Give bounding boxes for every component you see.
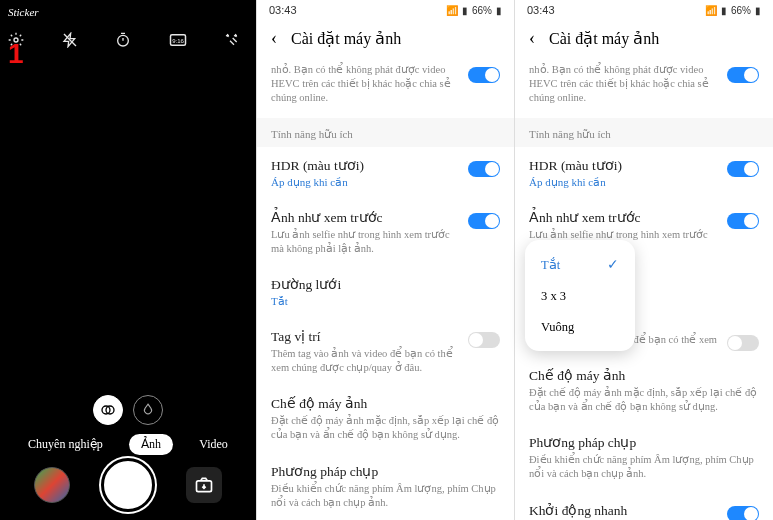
mode-photo[interactable]: Ảnh — [129, 434, 173, 455]
hdr-title: HDR (màu tươi) — [271, 157, 458, 174]
svg-text:9:16: 9:16 — [172, 38, 184, 44]
hevc-desc: nhỏ. Bạn có thể không phát được video HE… — [529, 63, 717, 106]
flash-icon[interactable] — [62, 32, 78, 48]
mode-title: Chế độ máy ảnh — [529, 367, 759, 384]
wifi-icon: 📶 — [446, 5, 458, 16]
settings-screen-2: 03:43 📶 ▮ 66% ▮ ‹ Cài đặt máy ảnh nhỏ. B… — [257, 0, 515, 520]
section-useful: Tính năng hữu ích — [515, 118, 773, 147]
status-bar: 03:43 📶 ▮ 66% ▮ — [257, 0, 514, 20]
aspect-ratio-icon[interactable]: 9:16 — [169, 33, 187, 47]
effects-icon[interactable] — [224, 32, 240, 48]
shoot-title: Phương pháp chụp — [529, 434, 759, 451]
sticker-label: Sticker — [0, 0, 256, 24]
hevc-item[interactable]: nhỏ. Bạn có thể không phát được video HE… — [515, 57, 773, 118]
filter-row — [0, 395, 256, 425]
shoot-item[interactable]: Phương pháp chụp Điều khiển chức năng ph… — [257, 453, 514, 520]
quick-title: Khởi động nhanh — [529, 502, 717, 519]
filter-original-icon[interactable] — [93, 395, 123, 425]
preview-title: Ảnh như xem trước — [529, 209, 717, 226]
mode-item[interactable]: Chế độ máy ảnh Đặt chế độ máy ảnh mặc đị… — [515, 357, 773, 424]
dropdown-off-label: Tắt — [541, 257, 560, 273]
shoot-item[interactable]: Phương pháp chụp Điều khiển chức năng ph… — [515, 424, 773, 491]
mode-desc: Đặt chế độ máy ảnh mặc định, sắp xếp lại… — [271, 414, 500, 442]
quick-item[interactable]: Khởi động nhanh Nhấn nhanh phím Nguồn ha… — [515, 492, 773, 520]
battery-text: 66% — [731, 5, 751, 16]
grid-item[interactable]: Đường lưới Tắt — [257, 266, 514, 318]
status-time: 03:43 — [269, 4, 297, 16]
status-right: 📶 ▮ 66% ▮ — [705, 5, 761, 16]
settings-header: ‹ Cài đặt máy ảnh — [515, 20, 773, 57]
tag-item[interactable]: Tag vị trí Thêm tag vào ảnh và video để … — [257, 318, 514, 385]
signal-icon: ▮ — [721, 5, 727, 16]
gallery-thumbnail[interactable] — [34, 467, 70, 503]
hdr-item[interactable]: HDR (màu tươi) Áp dụng khi cần — [257, 147, 514, 199]
signal-icon: ▮ — [462, 5, 468, 16]
preview-item[interactable]: Ảnh như xem trước Lưu ảnh selfie như tro… — [257, 199, 514, 266]
mode-desc: Đặt chế độ máy ảnh mặc định, sắp xếp lại… — [529, 386, 759, 414]
grid-dropdown: Tắt ✓ 3 x 3 Vuông — [525, 240, 635, 351]
dropdown-option-off[interactable]: Tắt ✓ — [525, 248, 635, 281]
hdr-title: HDR (màu tươi) — [529, 157, 717, 174]
settings-screen-3: 03:43 📶 ▮ 66% ▮ ‹ Cài đặt máy ảnh nhỏ. B… — [515, 0, 773, 520]
dropdown-option-3x3[interactable]: 3 x 3 — [525, 281, 635, 312]
status-bar: 03:43 📶 ▮ 66% ▮ — [515, 0, 773, 20]
timer-icon[interactable] — [115, 32, 131, 48]
hevc-toggle[interactable] — [727, 67, 759, 83]
shutter-button[interactable] — [101, 458, 155, 512]
back-icon[interactable]: ‹ — [529, 28, 535, 49]
grid-sub: Tắt — [271, 295, 500, 308]
hdr-sub: Áp dụng khi cần — [529, 176, 717, 189]
mode-item[interactable]: Chế độ máy ảnh Đặt chế độ máy ảnh mặc đị… — [257, 385, 514, 452]
section-useful: Tính năng hữu ích — [257, 118, 514, 147]
mode-video[interactable]: Video — [199, 437, 228, 452]
hdr-toggle[interactable] — [727, 161, 759, 177]
hevc-toggle[interactable] — [468, 67, 500, 83]
battery-icon: ▮ — [496, 5, 502, 16]
switch-camera-icon[interactable] — [186, 467, 222, 503]
tag-toggle[interactable] — [468, 332, 500, 348]
header-title: Cài đặt máy ảnh — [291, 29, 401, 48]
preview-desc: Lưu ảnh selfie như trong hình xem trước … — [271, 228, 458, 256]
camera-top-controls: 9:16 — [0, 24, 256, 56]
hevc-item[interactable]: nhỏ. Bạn có thể không phát được video HE… — [257, 57, 514, 118]
tag-title: Tag vị trí — [271, 328, 458, 345]
status-right: 📶 ▮ 66% ▮ — [446, 5, 502, 16]
hevc-desc: nhỏ. Bạn có thể không phát được video HE… — [271, 63, 458, 106]
preview-title: Ảnh như xem trước — [271, 209, 458, 226]
camera-screen: Sticker 9:16 1 Chuyên nghiệp Ảnh Video — [0, 0, 257, 520]
filter-drop-icon[interactable] — [133, 395, 163, 425]
quick-toggle[interactable] — [727, 506, 759, 520]
annotation-1: 1 — [8, 38, 24, 70]
status-time: 03:43 — [527, 4, 555, 16]
wifi-icon: 📶 — [705, 5, 717, 16]
preview-toggle[interactable] — [468, 213, 500, 229]
tag-toggle[interactable] — [727, 335, 759, 351]
hdr-item[interactable]: HDR (màu tươi) Áp dụng khi cần — [515, 147, 773, 199]
preview-toggle[interactable] — [727, 213, 759, 229]
dropdown-option-square[interactable]: Vuông — [525, 312, 635, 343]
shoot-desc: Điều khiển chức năng phím Âm lượng, phím… — [271, 482, 500, 510]
tag-desc: Thêm tag vào ảnh và video để bạn có thể … — [271, 347, 458, 375]
settings-header: ‹ Cài đặt máy ảnh — [257, 20, 514, 57]
battery-text: 66% — [472, 5, 492, 16]
grid-title: Đường lưới — [271, 276, 500, 293]
hdr-sub: Áp dụng khi cần — [271, 176, 458, 189]
battery-icon: ▮ — [755, 5, 761, 16]
shoot-title: Phương pháp chụp — [271, 463, 500, 480]
mode-title: Chế độ máy ảnh — [271, 395, 500, 412]
hdr-toggle[interactable] — [468, 161, 500, 177]
shoot-desc: Điều khiển chức năng phím Âm lượng, phím… — [529, 453, 759, 481]
check-icon: ✓ — [607, 256, 619, 273]
shutter-row — [0, 458, 256, 512]
header-title: Cài đặt máy ảnh — [549, 29, 659, 48]
back-icon[interactable]: ‹ — [271, 28, 277, 49]
mode-row: Chuyên nghiệp Ảnh Video — [0, 434, 256, 455]
mode-pro[interactable]: Chuyên nghiệp — [28, 437, 103, 452]
